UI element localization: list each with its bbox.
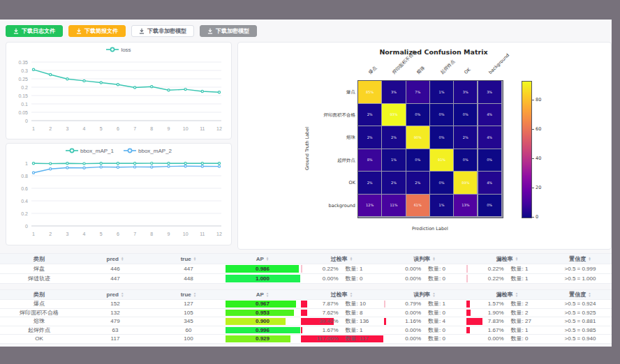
matrix-cell: 8% (358, 149, 381, 172)
table-header-误判率[interactable]: 误判率▲▼ (383, 254, 466, 264)
sort-icon[interactable]: ▲▼ (515, 292, 518, 297)
ap-value: 1.000 (256, 275, 270, 282)
sort-icon[interactable]: ▲▼ (121, 292, 124, 297)
confidence-cell: >0.5 = 0.924 (549, 300, 612, 308)
download-icon (139, 28, 145, 34)
button-label: 下载非加密模型 (147, 27, 186, 35)
colorbar (522, 81, 532, 218)
table-header-漏检率[interactable]: 漏检率▲▼ (466, 290, 549, 299)
matrix-cell: 13% (454, 195, 477, 217)
svg-text:8: 8 (150, 232, 153, 236)
sort-icon[interactable]: ▲▼ (266, 257, 269, 261)
download-report-button[interactable]: 下载简报文件 (68, 25, 126, 37)
true-cell: 345 (152, 317, 225, 326)
ap-cell: 1.000 (225, 274, 300, 283)
table-cell: 0.00%数量: 0 (383, 326, 466, 335)
pct-value: 0.22% (300, 266, 342, 272)
count-value: 数量: 2 (508, 309, 549, 317)
matrix-cell: 1% (430, 81, 453, 103)
sort-icon[interactable]: ▲▼ (193, 292, 196, 297)
colorbar-tick (532, 188, 534, 188)
ap-value: 0.953 (256, 310, 270, 316)
svg-text:0: 0 (25, 119, 28, 123)
pct-value: 0.00% (466, 335, 508, 342)
table-header-过检率[interactable]: 过检率▲▼ (300, 290, 383, 299)
matrix-cell: 0% (454, 149, 477, 172)
true-cell: 60 (152, 326, 225, 335)
pct-value: 0.00% (300, 275, 342, 282)
pct-value: 0.22% (466, 266, 508, 272)
svg-text:1: 1 (32, 232, 35, 236)
table-header-过检率[interactable]: 过检率▲▼ (300, 254, 383, 264)
ap-value: 0.986 (256, 266, 270, 272)
pred-cell: 446 (78, 264, 152, 273)
loss-chart-card: loss 00.050.10.150.20.250.30.35123456789… (6, 42, 232, 139)
table-header-置信度[interactable]: 置信度▲▼ (549, 254, 612, 264)
table-header-AP[interactable]: AP▲▼ (225, 254, 300, 264)
count-value: 数量: 0 (425, 309, 466, 317)
table-header-true[interactable]: true▲▼ (152, 254, 225, 264)
matrix-cell: 2% (358, 104, 381, 126)
matrix-cell: 2% (382, 126, 405, 149)
legend-item-bbox_mAP_1[interactable]: bbox_mAP_1 (66, 147, 114, 154)
count-value: 数量: 136 (342, 317, 384, 325)
matrix-cell: 0% (406, 104, 429, 126)
table-cell: 7.62%数量: 8 (300, 309, 383, 317)
sort-icon[interactable]: ▲▼ (515, 257, 518, 261)
table-cell: 0.79%数量: 1 (383, 300, 466, 308)
download-plain-model-button[interactable]: 下载非加密模型 (131, 25, 194, 37)
count-value: 数量: 27 (508, 317, 549, 325)
svg-text:10: 10 (183, 126, 189, 131)
sort-icon[interactable]: ▲▼ (588, 257, 591, 261)
matrix-cell: 0% (430, 126, 453, 149)
header-label: 过检率 (331, 255, 348, 263)
ap-value: 0.929 (256, 335, 270, 342)
matrix-col-label: 起焊炸点 (439, 59, 456, 75)
legend-item-bbox_mAP_2[interactable]: bbox_mAP_2 (124, 147, 172, 154)
pct-value: 1.16% (383, 318, 425, 324)
table-header-误判率[interactable]: 误判率▲▼ (383, 290, 466, 299)
legend-item-loss[interactable]: loss (106, 46, 131, 53)
table-header-pred[interactable]: pred▲▼ (78, 290, 152, 299)
sort-icon[interactable]: ▲▼ (266, 292, 269, 297)
sort-icon[interactable]: ▲▼ (193, 257, 196, 261)
true-cell: 105 (152, 309, 225, 317)
pred-cell: 479 (78, 317, 152, 326)
class-cell: 焊缝轨迹 (0, 274, 78, 283)
svg-text:0.4: 0.4 (21, 199, 28, 204)
colorbar-tick-label: 0 (536, 214, 538, 220)
sort-icon[interactable]: ▲▼ (121, 257, 124, 261)
table-header-class: 类别 (0, 254, 78, 264)
matrix-col-label: 爆点 (367, 65, 378, 75)
count-value: 数量: 1 (508, 275, 549, 282)
table-header-漏检率[interactable]: 漏检率▲▼ (466, 254, 549, 264)
loss-chart: 00.050.10.150.20.250.30.3512345678910111… (6, 56, 231, 139)
table-header-pred[interactable]: pred▲▼ (78, 254, 152, 264)
ap-value: 0.900 (256, 318, 270, 324)
sort-icon[interactable]: ▲▼ (432, 292, 435, 297)
svg-text:12: 12 (216, 232, 222, 236)
sort-icon[interactable]: ▲▼ (432, 257, 435, 261)
table-cell: 0.00%数量: 0 (300, 274, 383, 283)
true-cell: 127 (152, 300, 225, 308)
colorbar-tick-label: 40 (536, 156, 541, 161)
header-label: 置信度 (569, 255, 586, 263)
sort-icon[interactable]: ▲▼ (350, 257, 353, 261)
svg-text:0: 0 (25, 224, 28, 229)
download-encrypted-model-button[interactable]: 下载加密模型 (200, 25, 257, 37)
svg-text:7: 7 (133, 232, 136, 236)
svg-text:9: 9 (168, 126, 170, 131)
pred-cell: 117 (78, 335, 152, 343)
table-cell: 1.90%数量: 2 (466, 309, 549, 317)
sort-icon[interactable]: ▲▼ (350, 292, 353, 297)
table-header-true[interactable]: true▲▼ (152, 290, 225, 299)
table-header-AP[interactable]: AP▲▼ (225, 290, 300, 299)
ap-value: 0.967 (256, 301, 270, 307)
count-value: 数量: 117 (342, 335, 384, 342)
download-icon (76, 28, 82, 34)
table-header-置信度[interactable]: 置信度▲▼ (549, 290, 612, 299)
download-log-button[interactable]: 下载日志文件 (6, 25, 63, 37)
sort-icon[interactable]: ▲▼ (588, 292, 591, 297)
svg-text:10: 10 (183, 232, 189, 236)
pct-value: 1.67% (300, 327, 342, 333)
